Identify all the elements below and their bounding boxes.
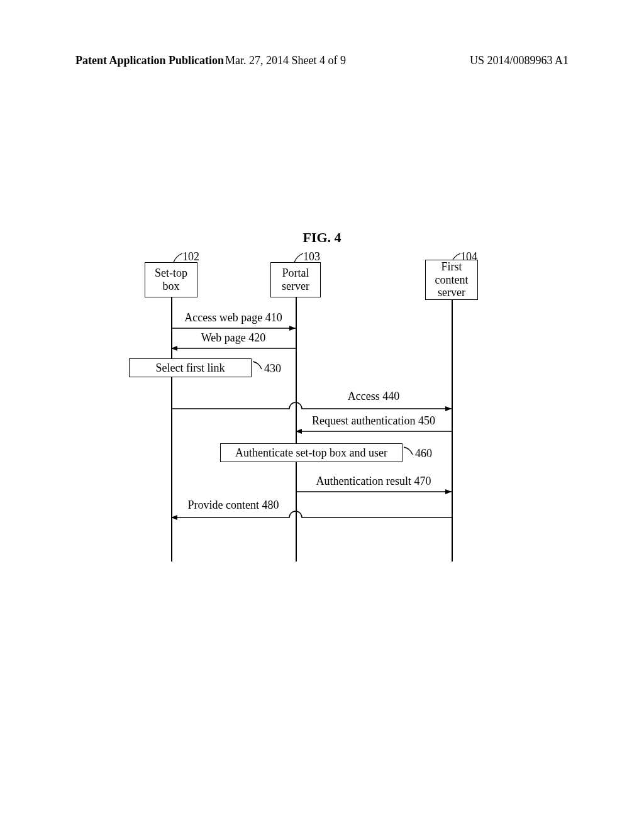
- process-select-first-link-label: Select first link: [156, 362, 225, 375]
- process-select-first-link: Select first link: [129, 358, 252, 377]
- msg-420-arrow: [171, 345, 296, 351]
- sequence-diagram: 102 103 104 Set-top box Portal server Fi…: [0, 248, 644, 575]
- ref-430: 430: [264, 362, 281, 375]
- msg-420-label: Web page 420: [171, 331, 296, 345]
- participant-portal-label: Portal server: [282, 267, 309, 292]
- svg-marker-1: [289, 326, 296, 331]
- figure-title: FIG. 4: [0, 230, 644, 246]
- participant-portal-server: Portal server: [270, 262, 321, 297]
- ref-102: 102: [182, 250, 199, 263]
- ref-103: 103: [303, 250, 320, 263]
- msg-410-label: Access web page 410: [171, 311, 296, 324]
- participant-settop-box: Set-top box: [145, 262, 197, 297]
- participant-content-label: First content server: [435, 260, 469, 299]
- msg-470-arrow: [296, 489, 452, 495]
- lifeline-content: [452, 300, 453, 562]
- header-center: Mar. 27, 2014 Sheet 4 of 9: [225, 54, 346, 67]
- msg-410-arrow: [171, 325, 296, 331]
- ref-tick-102: [174, 253, 182, 262]
- ref-tick-430: [253, 362, 262, 370]
- msg-440-arrow: [171, 401, 452, 414]
- msg-450-arrow: [296, 428, 452, 434]
- svg-marker-4: [445, 406, 452, 411]
- svg-marker-6: [296, 429, 302, 434]
- participant-content-server: First content server: [425, 260, 478, 300]
- msg-470-label: Authentication result 470: [296, 475, 452, 488]
- ref-tick-460: [404, 447, 413, 456]
- process-authenticate-label: Authenticate set-top box and user: [235, 446, 387, 460]
- participant-settop-label: Set-top box: [155, 267, 187, 292]
- svg-marker-9: [171, 515, 177, 520]
- header-left: Patent Application Publication: [75, 54, 224, 67]
- msg-450-label: Request authentication 450: [296, 414, 452, 428]
- svg-marker-8: [445, 489, 452, 494]
- process-authenticate: Authenticate set-top box and user: [220, 443, 402, 462]
- ref-460: 460: [415, 447, 432, 460]
- msg-480-arrow: [171, 510, 452, 523]
- header-right: US 2014/0089963 A1: [470, 54, 569, 67]
- ref-tick-103: [294, 253, 303, 262]
- svg-marker-3: [171, 346, 177, 351]
